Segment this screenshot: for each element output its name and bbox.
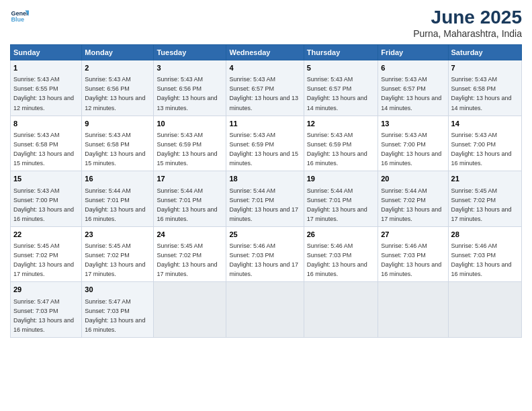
svg-text:Blue: Blue (11, 16, 24, 23)
calendar-cell: 9 Sunrise: 5:43 AMSunset: 6:58 PMDayligh… (82, 116, 154, 171)
day-number: 11 (229, 119, 300, 129)
calendar-cell: 8 Sunrise: 5:43 AMSunset: 6:58 PMDayligh… (11, 116, 82, 171)
calendar-cell: 23 Sunrise: 5:45 AMSunset: 7:02 PMDaylig… (82, 226, 154, 282)
day-number: 20 (381, 174, 445, 184)
day-info: Sunrise: 5:43 AMSunset: 6:56 PMDaylight:… (85, 76, 145, 111)
header-cell-thursday: Thursday (304, 45, 378, 60)
day-info: Sunrise: 5:43 AMSunset: 6:55 PMDaylight:… (13, 76, 74, 111)
day-info: Sunrise: 5:45 AMSunset: 7:02 PMDaylight:… (451, 187, 512, 222)
day-info: Sunrise: 5:43 AMSunset: 7:00 PMDaylight:… (381, 132, 441, 167)
calendar-cell: 17 Sunrise: 5:44 AMSunset: 7:01 PMDaylig… (154, 171, 226, 227)
calendar-cell: 19 Sunrise: 5:44 AMSunset: 7:01 PMDaylig… (304, 171, 378, 227)
calendar-cell: 3 Sunrise: 5:43 AMSunset: 6:56 PMDayligh… (154, 60, 226, 116)
day-info: Sunrise: 5:47 AMSunset: 7:03 PMDaylight:… (13, 298, 74, 333)
day-number: 14 (451, 119, 519, 129)
day-number: 6 (381, 63, 445, 73)
calendar-cell: 6 Sunrise: 5:43 AMSunset: 6:57 PMDayligh… (378, 60, 448, 116)
day-number: 28 (451, 230, 519, 240)
header: General Blue June 2025 Purna, Maharashtr… (10, 7, 522, 39)
logo-icon: General Blue (10, 7, 29, 26)
day-number: 21 (451, 174, 519, 184)
day-number: 25 (229, 230, 300, 240)
day-number: 8 (13, 119, 79, 129)
day-info: Sunrise: 5:43 AMSunset: 6:57 PMDaylight:… (229, 76, 298, 111)
day-number: 4 (229, 63, 300, 73)
day-info: Sunrise: 5:43 AMSunset: 7:00 PMDaylight:… (451, 132, 512, 167)
calendar-cell (448, 282, 521, 338)
calendar-cell: 18 Sunrise: 5:44 AMSunset: 7:01 PMDaylig… (226, 171, 304, 227)
header-cell-tuesday: Tuesday (154, 45, 226, 60)
day-info: Sunrise: 5:43 AMSunset: 6:57 PMDaylight:… (381, 76, 441, 111)
day-number: 15 (13, 174, 79, 184)
day-number: 1 (13, 63, 79, 73)
calendar-cell: 14 Sunrise: 5:43 AMSunset: 7:00 PMDaylig… (448, 116, 521, 171)
day-info: Sunrise: 5:46 AMSunset: 7:03 PMDaylight:… (451, 242, 512, 277)
calendar-cell: 24 Sunrise: 5:45 AMSunset: 7:02 PMDaylig… (154, 226, 226, 282)
calendar-cell (378, 282, 448, 338)
day-number: 30 (85, 285, 150, 295)
day-info: Sunrise: 5:45 AMSunset: 7:02 PMDaylight:… (13, 242, 74, 277)
logo: General Blue (10, 7, 29, 26)
calendar-cell: 27 Sunrise: 5:46 AMSunset: 7:03 PMDaylig… (378, 226, 448, 282)
calendar-cell: 15 Sunrise: 5:43 AMSunset: 7:00 PMDaylig… (11, 171, 82, 227)
header-cell-monday: Monday (82, 45, 154, 60)
calendar-cell: 12 Sunrise: 5:43 AMSunset: 6:59 PMDaylig… (304, 116, 378, 171)
day-number: 2 (85, 63, 150, 73)
day-number: 17 (157, 174, 223, 184)
day-number: 22 (13, 230, 79, 240)
day-info: Sunrise: 5:45 AMSunset: 7:02 PMDaylight:… (157, 242, 217, 277)
calendar-cell: 1 Sunrise: 5:43 AMSunset: 6:55 PMDayligh… (11, 60, 82, 116)
header-cell-sunday: Sunday (11, 45, 82, 60)
header-cell-wednesday: Wednesday (226, 45, 304, 60)
day-number: 16 (85, 174, 150, 184)
calendar-cell: 28 Sunrise: 5:46 AMSunset: 7:03 PMDaylig… (448, 226, 521, 282)
calendar-cell: 5 Sunrise: 5:43 AMSunset: 6:57 PMDayligh… (304, 60, 378, 116)
calendar-week-1: 8 Sunrise: 5:43 AMSunset: 6:58 PMDayligh… (11, 116, 522, 171)
day-number: 5 (307, 63, 375, 73)
header-cell-saturday: Saturday (448, 45, 521, 60)
main-title: June 2025 (413, 7, 522, 28)
calendar-week-2: 15 Sunrise: 5:43 AMSunset: 7:00 PMDaylig… (11, 171, 522, 227)
calendar-cell (304, 282, 378, 338)
header-cell-friday: Friday (378, 45, 448, 60)
day-info: Sunrise: 5:44 AMSunset: 7:01 PMDaylight:… (307, 187, 367, 222)
calendar-week-3: 22 Sunrise: 5:45 AMSunset: 7:02 PMDaylig… (11, 226, 522, 282)
day-info: Sunrise: 5:43 AMSunset: 6:58 PMDaylight:… (85, 132, 145, 167)
day-info: Sunrise: 5:43 AMSunset: 6:59 PMDaylight:… (229, 132, 298, 167)
day-info: Sunrise: 5:43 AMSunset: 6:59 PMDaylight:… (157, 132, 217, 167)
day-info: Sunrise: 5:43 AMSunset: 6:58 PMDaylight:… (13, 132, 74, 167)
day-number: 23 (85, 230, 150, 240)
calendar-cell: 20 Sunrise: 5:44 AMSunset: 7:02 PMDaylig… (378, 171, 448, 227)
day-info: Sunrise: 5:43 AMSunset: 6:56 PMDaylight:… (157, 76, 217, 111)
day-info: Sunrise: 5:46 AMSunset: 7:03 PMDaylight:… (381, 242, 441, 277)
title-block: June 2025 Purna, Maharashtra, India (413, 7, 522, 39)
calendar-cell: 11 Sunrise: 5:43 AMSunset: 6:59 PMDaylig… (226, 116, 304, 171)
day-number: 12 (307, 119, 375, 129)
calendar-cell: 4 Sunrise: 5:43 AMSunset: 6:57 PMDayligh… (226, 60, 304, 116)
day-number: 3 (157, 63, 223, 73)
calendar-cell: 13 Sunrise: 5:43 AMSunset: 7:00 PMDaylig… (378, 116, 448, 171)
day-info: Sunrise: 5:44 AMSunset: 7:01 PMDaylight:… (85, 187, 145, 222)
day-number: 19 (307, 174, 375, 184)
subtitle: Purna, Maharashtra, India (413, 28, 522, 39)
calendar-cell: 22 Sunrise: 5:45 AMSunset: 7:02 PMDaylig… (11, 226, 82, 282)
day-info: Sunrise: 5:44 AMSunset: 7:02 PMDaylight:… (381, 187, 441, 222)
calendar-week-0: 1 Sunrise: 5:43 AMSunset: 6:55 PMDayligh… (11, 60, 522, 116)
day-number: 13 (381, 119, 445, 129)
calendar-table: SundayMondayTuesdayWednesdayThursdayFrid… (10, 44, 522, 338)
day-number: 7 (451, 63, 519, 73)
day-number: 26 (307, 230, 375, 240)
day-info: Sunrise: 5:47 AMSunset: 7:03 PMDaylight:… (85, 298, 145, 333)
calendar-cell (154, 282, 226, 338)
calendar-cell: 30 Sunrise: 5:47 AMSunset: 7:03 PMDaylig… (82, 282, 154, 338)
day-info: Sunrise: 5:46 AMSunset: 7:03 PMDaylight:… (307, 242, 367, 277)
day-info: Sunrise: 5:46 AMSunset: 7:03 PMDaylight:… (229, 242, 298, 277)
calendar-cell: 26 Sunrise: 5:46 AMSunset: 7:03 PMDaylig… (304, 226, 378, 282)
calendar-cell: 16 Sunrise: 5:44 AMSunset: 7:01 PMDaylig… (82, 171, 154, 227)
day-info: Sunrise: 5:45 AMSunset: 7:02 PMDaylight:… (85, 242, 145, 277)
calendar-cell: 21 Sunrise: 5:45 AMSunset: 7:02 PMDaylig… (448, 171, 521, 227)
day-number: 29 (13, 285, 79, 295)
day-number: 9 (85, 119, 150, 129)
calendar-cell: 7 Sunrise: 5:43 AMSunset: 6:58 PMDayligh… (448, 60, 521, 116)
day-number: 18 (229, 174, 300, 184)
